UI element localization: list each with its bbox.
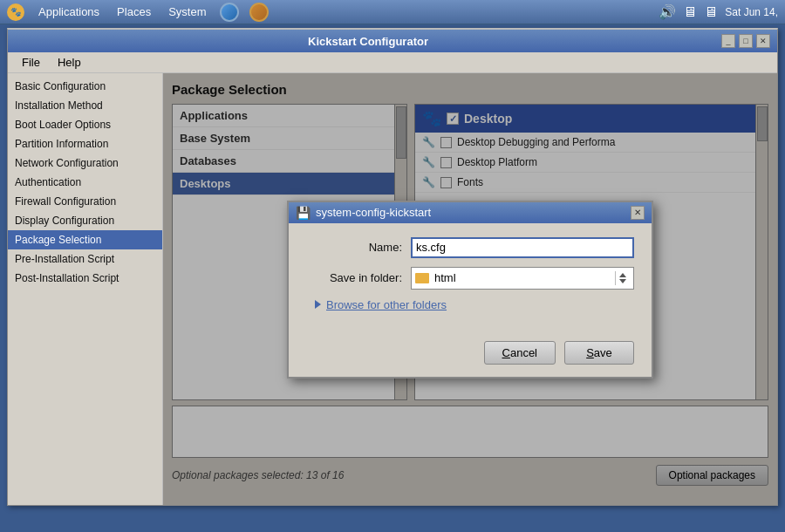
app-icon: 🐾 — [7, 3, 24, 21]
dialog-footer: CCancelancel Save — [289, 334, 652, 377]
nav-places[interactable]: Places — [113, 3, 154, 20]
sidebar-item-package-selection[interactable]: Package Selection — [8, 230, 162, 249]
main-content: Basic Configuration Installation Method … — [8, 73, 777, 505]
folder-value: html — [434, 271, 456, 284]
sidebar-item-firewall-config[interactable]: Firewall Configuration — [8, 192, 162, 211]
save-button[interactable]: Save — [564, 341, 634, 365]
sidebar-item-pre-install[interactable]: Pre-Installation Script — [8, 249, 162, 269]
window-controls: _ □ ✕ — [721, 34, 770, 48]
title-bar: Kickstart Configurator _ □ ✕ — [8, 30, 777, 52]
dialog-name-label: Name: — [306, 241, 402, 254]
app-window: Kickstart Configurator _ □ ✕ File Help B… — [7, 28, 778, 506]
dialog-body: Name: Save in folder: html — [289, 223, 652, 334]
system-bar-right: 🔊 🖥 🖥 Sat Jun 14, — [659, 3, 778, 20]
browse-row: Browse for other folders — [306, 298, 634, 311]
dialog-folder-label: Save in folder: — [306, 271, 402, 284]
close-button[interactable]: ✕ — [756, 34, 770, 48]
menu-bar: File Help — [8, 52, 777, 73]
dialog-title: system-config-kickstart — [316, 206, 631, 219]
globe-icon — [220, 3, 239, 22]
datetime: Sat Jun 14, — [725, 6, 778, 18]
sidebar-item-display-config[interactable]: Display Configuration — [8, 211, 162, 230]
system-bar: 🐾 Applications Places System 🔊 🖥 🖥 Sat J… — [0, 0, 785, 24]
dialog-name-row: Name: — [306, 237, 634, 258]
menu-file[interactable]: File — [15, 54, 47, 71]
save-dialog: 💾 system-config-kickstart ✕ Name: — [287, 201, 653, 379]
arrow-up-icon — [619, 273, 626, 277]
dialog-close-button[interactable]: ✕ — [631, 206, 645, 220]
dialog-name-input[interactable] — [411, 237, 634, 258]
dialog-folder-row: Save in folder: html — [306, 267, 634, 290]
modal-overlay: 💾 system-config-kickstart ✕ Name: — [163, 73, 777, 505]
sidebar-item-partition-info[interactable]: Partition Information — [8, 134, 162, 153]
minimize-button[interactable]: _ — [721, 34, 735, 48]
sidebar-item-boot-loader[interactable]: Boot Loader Options — [8, 115, 162, 134]
sidebar-item-basic-config[interactable]: Basic Configuration — [8, 77, 162, 96]
sidebar-item-authentication[interactable]: Authentication — [8, 173, 162, 192]
nav-applications[interactable]: Applications — [35, 3, 103, 20]
save-label: Save — [586, 346, 612, 359]
volume-icon: 🔊 — [659, 3, 676, 20]
dialog-folder-select[interactable]: html — [411, 267, 634, 290]
folder-icon — [415, 273, 429, 283]
dialog-select-arrow[interactable] — [615, 271, 630, 285]
dialog-select-inner: html — [415, 271, 615, 284]
network-icon: 🖥 — [683, 4, 697, 20]
nav-system[interactable]: System — [165, 3, 209, 20]
dialog-icon: 💾 — [296, 206, 311, 220]
window-title: Kickstart Configurator — [15, 35, 721, 48]
sidebar: Basic Configuration Installation Method … — [8, 73, 163, 505]
browse-expand-icon — [315, 300, 321, 309]
menu-help[interactable]: Help — [51, 54, 88, 71]
sidebar-item-post-install[interactable]: Post-Installation Script — [8, 269, 162, 288]
cancel-button[interactable]: CCancelancel — [484, 341, 556, 365]
cancel-label: CCancelancel — [502, 346, 537, 359]
sidebar-item-installation-method[interactable]: Installation Method — [8, 96, 162, 115]
maximize-button[interactable]: □ — [739, 34, 753, 48]
content-area: Package Selection Applications Base Syst… — [163, 73, 777, 505]
system-bar-left: 🐾 Applications Places System — [7, 3, 659, 22]
sidebar-item-network-config[interactable]: Network Configuration — [8, 153, 162, 173]
arrow-down-icon — [619, 279, 626, 283]
battery-icon: 🖥 — [704, 4, 718, 20]
bookmark-icon — [249, 3, 269, 22]
browse-link[interactable]: Browse for other folders — [326, 298, 447, 311]
dialog-title-bar: 💾 system-config-kickstart ✕ — [289, 202, 652, 223]
